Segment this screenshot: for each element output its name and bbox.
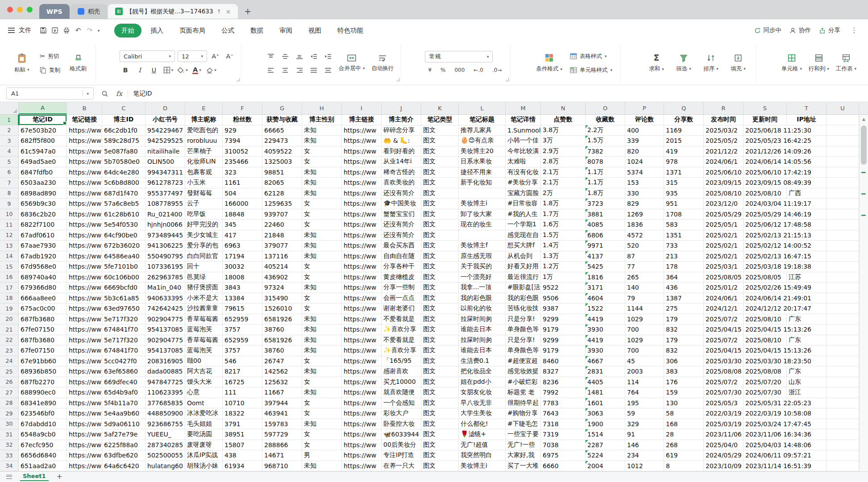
cell-C1[interactable]: 博主ID — [102, 115, 145, 125]
cell-C20[interactable]: 5e717f320 — [102, 314, 145, 325]
cell-G1[interactable]: 获赞与收藏 — [262, 115, 302, 125]
cell-B8[interactable]: https://ww — [67, 188, 102, 199]
cell-F31[interactable]: 38951 — [223, 429, 262, 440]
cell-L31[interactable]: 🌹滤镜+ — [459, 429, 506, 440]
cell-S4[interactable]: 2021/12/26 14:09:26 — [743, 146, 787, 157]
fill-button[interactable]: 填充▾ — [726, 46, 750, 81]
cell-C27[interactable]: 65d4b9af0 — [102, 387, 145, 398]
cell-E5[interactable]: 化妆师LIN — [185, 157, 223, 167]
cell-Q18[interactable]: 1387 — [664, 293, 704, 304]
cell-D2[interactable]: 954229467 — [145, 125, 185, 136]
cell-Q21[interactable]: 832 — [664, 324, 704, 335]
cell-M19[interactable]: 苦练化妆技 — [506, 303, 541, 314]
decrease-decimal-button[interactable]: .0→ — [489, 65, 505, 75]
cell-B20[interactable]: https://ww — [67, 314, 102, 325]
cell-O11[interactable]: 4085 — [586, 220, 625, 230]
cell-A14[interactable]: 67adb1920 — [19, 251, 67, 262]
sheet-list-icon[interactable] — [6, 475, 12, 479]
cell-U24[interactable] — [826, 356, 859, 367]
column-header-L[interactable]: L — [459, 102, 506, 114]
cell-J5[interactable]: 从业14年i — [382, 157, 421, 167]
cell-E12[interactable]: 美少女城主 — [185, 230, 223, 241]
cell-A5[interactable]: 649ad5ae0 — [19, 157, 67, 167]
cell-K29[interactable]: 图文 — [421, 408, 459, 419]
cell-J33[interactable]: 专注IP打造 — [382, 450, 421, 461]
cell-B23[interactable]: https://ww — [67, 345, 102, 356]
cell-K16[interactable]: 图文 — [421, 272, 459, 283]
cell-A8[interactable]: 6898ad890 — [19, 188, 67, 199]
cell-N31[interactable]: 7319 — [541, 429, 586, 440]
cell-R34[interactable]: 2023/10/09 — [704, 461, 743, 472]
menu-hamburger-icon[interactable] — [8, 28, 15, 33]
cell-E22[interactable]: 香草莓莓酱 — [185, 335, 223, 346]
cell-I14[interactable]: https://ww — [342, 251, 382, 262]
cell-R9[interactable]: 2023/12/0 — [704, 199, 743, 209]
cell-B32[interactable]: https://ww — [67, 440, 102, 451]
cell-P2[interactable]: 400 — [625, 125, 664, 136]
cell-J17[interactable]: 分享一些制 — [382, 283, 421, 293]
cell-S6[interactable]: 2025/06/10 17:42:19 — [743, 167, 787, 178]
select-all-corner[interactable] — [0, 102, 19, 114]
cell-L26[interactable]: 姐在pdd小 — [459, 377, 506, 388]
cell-P10[interactable]: 1269 — [625, 209, 664, 220]
cell-S11[interactable]: 2025/06/12 17:48:58 — [743, 220, 787, 230]
cell-K22[interactable]: 图文 — [421, 335, 459, 346]
cell-H22[interactable]: 未知 — [302, 335, 342, 346]
bold-button[interactable]: B — [120, 64, 131, 76]
cell-C33[interactable]: 63dfbe620 — [102, 450, 145, 461]
cell-B16[interactable]: https://ww — [67, 272, 102, 283]
cell-G23[interactable]: 38760 — [262, 345, 302, 356]
cell-A24[interactable]: 67e91bb60 — [19, 356, 67, 367]
cell-Q25[interactable]: 383 — [664, 366, 704, 377]
cell-E4[interactable]: 芒果柚子 — [185, 146, 223, 157]
cell-A7[interactable]: 6503aa230 — [19, 178, 67, 188]
cell-E17[interactable]: 猪仔煲捞面 — [185, 283, 223, 293]
cell-H2[interactable]: 未知 — [302, 125, 342, 136]
font-name-select[interactable]: Calibri▾ — [120, 50, 175, 62]
cell-G27[interactable]: 11667 — [262, 387, 302, 398]
cell-I9[interactable]: https://ww — [342, 199, 382, 209]
cell-B29[interactable]: https://ww — [67, 408, 102, 419]
cell-J12[interactable]: 还没有简介 — [382, 230, 421, 241]
cell-C15[interactable]: 5fe7101b0 — [102, 262, 145, 272]
cell-H16[interactable]: 女 — [302, 272, 342, 283]
menu-tab-页面布局[interactable]: 页面布局 — [172, 24, 212, 37]
cell-R8[interactable]: 2025/08/10 — [704, 188, 743, 199]
cell-S14[interactable]: 2025/02/13 16:47:15 — [743, 251, 787, 262]
cell-E14[interactable]: 白白同款官 — [185, 251, 223, 262]
align-middle-button[interactable] — [279, 50, 291, 62]
cell-N30[interactable]: 7318 — [541, 419, 586, 430]
cell-H17[interactable]: 未知 — [302, 283, 342, 293]
row-number-17[interactable]: 17 — [0, 283, 19, 293]
formula-input[interactable]: 笔记ID — [133, 90, 152, 98]
cell-K7[interactable]: 图文 — [421, 178, 459, 188]
cell-O14[interactable]: 4137 — [586, 251, 625, 262]
cell-S2[interactable]: 2025/06/18 11:25:30 — [743, 125, 787, 136]
cell-O2[interactable]: 2.2万 — [586, 125, 625, 136]
cell-R27[interactable]: 2025/07/30 — [704, 387, 743, 398]
cell-J23[interactable]: ✨喜欢分享 — [382, 345, 421, 356]
cell-L17[interactable]: 我拿...一顶 — [459, 283, 506, 293]
cell-B28[interactable]: https://ww — [67, 398, 102, 409]
cell-I5[interactable]: https://ww — [342, 157, 382, 167]
cell-G12[interactable]: 21848 — [262, 230, 302, 241]
cell-Q28[interactable]: 130 — [664, 398, 704, 409]
cell-H24[interactable]: 女 — [302, 356, 342, 367]
cell-U16[interactable] — [826, 272, 859, 283]
cell-Q32[interactable]: 268 — [664, 440, 704, 451]
cell-U32[interactable] — [826, 440, 859, 451]
cell-C25[interactable]: 63ef65860 — [102, 366, 145, 377]
cell-J6[interactable]: 稀奇古怪的 — [382, 167, 421, 178]
row-number-22[interactable]: 22 — [0, 335, 19, 346]
row-number-10[interactable]: 10 — [0, 209, 19, 220]
cell-J11[interactable]: 还没有简介 — [382, 220, 421, 230]
cell-H21[interactable]: 未知 — [302, 324, 342, 335]
cell-Q8[interactable]: 935 — [664, 188, 704, 199]
zoom-search-icon[interactable] — [99, 88, 111, 99]
cell-D34[interactable]: hulatang60 — [145, 461, 185, 472]
cell-D21[interactable]: 954137085 — [145, 324, 185, 335]
cell-D28[interactable]: 377685835 — [145, 398, 185, 409]
cell-P4[interactable]: 820 — [625, 146, 664, 157]
cell-T25[interactable]: 广东 — [787, 366, 826, 377]
cell-S17[interactable]: 2025/02/26 15:49:49 — [743, 283, 787, 293]
